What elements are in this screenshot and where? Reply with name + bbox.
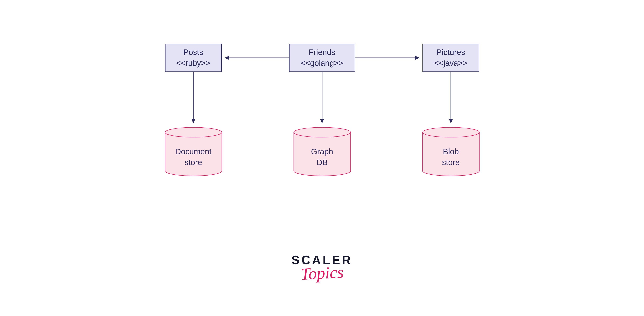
logo: SCALER Topics xyxy=(292,253,352,280)
service-pictures: Pictures <<java>> xyxy=(422,44,479,72)
service-posts: Posts <<ruby>> xyxy=(165,44,222,72)
service-friends-tech: <<golang>> xyxy=(301,58,343,69)
store-document: Document store xyxy=(164,127,222,176)
logo-topics-text: Topics xyxy=(291,265,353,281)
store-document-line1: Document xyxy=(164,146,222,157)
service-pictures-title: Pictures xyxy=(436,47,465,58)
store-blob-line2: store xyxy=(422,157,480,168)
svg-point-5 xyxy=(165,127,222,137)
store-graph: Graph DB xyxy=(293,127,351,176)
service-pictures-tech: <<java>> xyxy=(434,58,467,69)
store-blob: Blob store xyxy=(422,127,480,176)
service-friends: Friends <<golang>> xyxy=(289,44,355,72)
store-graph-line2: DB xyxy=(293,157,351,168)
service-posts-title: Posts xyxy=(183,47,203,58)
store-document-line2: store xyxy=(164,157,222,168)
store-graph-line1: Graph xyxy=(293,146,351,157)
store-blob-line1: Blob xyxy=(422,146,480,157)
svg-point-15 xyxy=(422,127,479,137)
svg-point-10 xyxy=(294,127,350,137)
service-posts-tech: <<ruby>> xyxy=(176,58,210,69)
service-friends-title: Friends xyxy=(309,47,335,58)
architecture-diagram: Posts <<ruby>> Friends <<golang>> Pictur… xyxy=(165,44,479,214)
